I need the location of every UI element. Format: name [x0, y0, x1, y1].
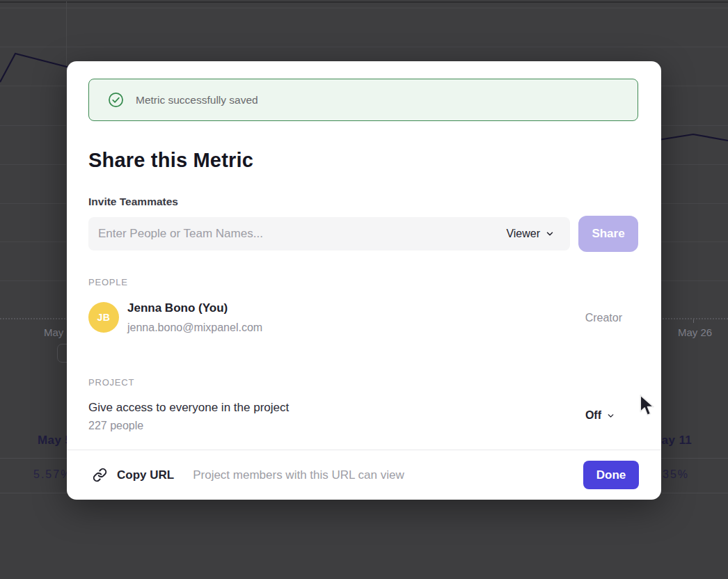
people-section-label: PEOPLE	[88, 277, 128, 287]
member-email: jenna.bono@mixpanel.com	[127, 322, 262, 334]
check-circle-icon	[108, 92, 124, 108]
table-value-right: 35%	[663, 468, 689, 481]
project-access-dropdown[interactable]: Off	[585, 409, 615, 422]
copy-url-button[interactable]: Copy URL	[93, 468, 174, 482]
share-button[interactable]: Share	[578, 216, 638, 252]
toast-message: Metric successfully saved	[136, 94, 258, 106]
share-metric-modal: Metric successfully saved Share this Met…	[67, 61, 661, 500]
chevron-down-icon	[606, 411, 615, 420]
modal-title: Share this Metric	[88, 149, 253, 172]
invite-input-container: Viewer	[88, 217, 570, 251]
chart-x-label-right: May 26	[678, 326, 712, 338]
invite-input[interactable]	[88, 227, 506, 241]
done-button[interactable]: Done	[583, 461, 639, 489]
member-role-badge: Creator	[585, 312, 622, 324]
link-icon	[93, 468, 107, 482]
url-permission-hint: Project members with this URL can view	[193, 468, 583, 482]
project-section-label: PROJECT	[88, 377, 134, 388]
role-dropdown-value: Viewer	[506, 228, 540, 240]
project-people-count: 227 people	[88, 420, 143, 432]
copy-url-label: Copy URL	[117, 468, 174, 482]
role-dropdown[interactable]: Viewer	[506, 228, 570, 240]
chevron-down-icon	[545, 229, 555, 239]
modal-footer: Copy URL Project members with this URL c…	[67, 450, 661, 500]
member-name: Jenna Bono (You)	[127, 301, 228, 315]
project-access-value: Off	[585, 409, 601, 422]
project-access-title: Give access to everyone in the project	[88, 401, 289, 415]
success-toast: Metric successfully saved	[88, 79, 638, 121]
invite-teammates-label: Invite Teammates	[88, 196, 178, 208]
avatar: JB	[88, 302, 119, 333]
